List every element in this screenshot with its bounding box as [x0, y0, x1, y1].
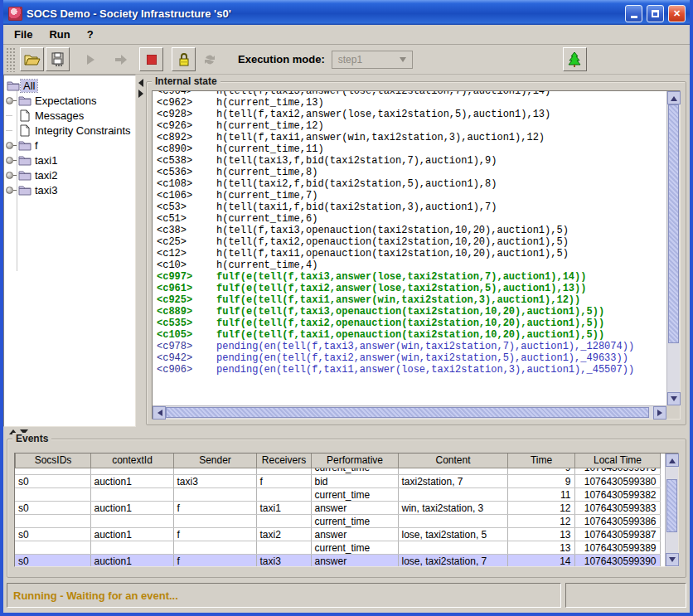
table-row[interactable]: current_time121076430599386	[15, 515, 660, 528]
open-button[interactable]	[20, 47, 44, 71]
table-cell: 13	[507, 528, 574, 541]
table-row[interactable]: s0auction1ftaxi3answerlose, taxi2station…	[15, 555, 660, 567]
events-table: SocsIDscontextIdSenderReceiversPerformat…	[15, 454, 665, 566]
table-cell: 12	[507, 515, 574, 528]
execution-mode-combobox[interactable]: step1	[332, 51, 413, 69]
internal-state-vscrollbar[interactable]	[666, 91, 680, 405]
menu-run[interactable]: Run	[41, 27, 77, 42]
internal-state-title: Internal state	[152, 75, 220, 87]
folder-icon	[17, 185, 32, 196]
table-cell	[256, 468, 311, 475]
state-line: <c926>h(current_time,12)	[157, 120, 666, 132]
society-tree-panel[interactable]: AllExpectationsMessagesIntegrity Constra…	[3, 75, 136, 427]
column-header-socsids[interactable]: SocsIDs	[16, 454, 91, 468]
tree-item-all[interactable]: All	[6, 78, 133, 93]
state-line: <c535>fulf(e(tell(f,taxi2,openauction(ta…	[157, 318, 666, 329]
collapse-left-icon[interactable]	[138, 79, 143, 87]
step-button[interactable]	[109, 47, 133, 71]
scroll-down-button[interactable]	[667, 392, 681, 405]
save-button[interactable]	[46, 47, 70, 71]
table-cell: taxi2	[256, 528, 311, 541]
state-line: <c906>pending(en(tell(f,taxi1,answer(los…	[157, 364, 666, 376]
column-header-time[interactable]: Time	[508, 454, 575, 468]
tree-item-label: All	[21, 80, 37, 92]
hscroll-thumb[interactable]	[166, 407, 649, 418]
table-cell	[173, 515, 256, 528]
internal-state-hscrollbar[interactable]	[153, 405, 666, 419]
table-row[interactable]: s0auction1ftaxi1answerwin, taxi2station,…	[15, 502, 660, 515]
table-cell: taxi2station, 7	[398, 475, 507, 488]
expand-right-icon[interactable]	[138, 90, 143, 98]
toolbar-grip[interactable]	[6, 47, 17, 72]
arrow-left-icon	[154, 410, 162, 416]
vertical-split-divider[interactable]	[136, 75, 146, 427]
tree-item-integrity-constraints[interactable]: Integrity Constraints	[6, 123, 133, 138]
arrow-up-icon	[669, 455, 676, 463]
column-header-receivers[interactable]: Receivers	[257, 454, 312, 468]
table-row[interactable]: current_time111076430599382	[15, 488, 660, 502]
expand-knob-icon[interactable]	[6, 187, 17, 194]
arrow-down-icon	[669, 557, 676, 565]
horizontal-split-divider[interactable]	[3, 427, 690, 437]
events-vscrollbar[interactable]	[665, 454, 678, 566]
scroll-down-button[interactable]	[666, 553, 679, 566]
stop-button[interactable]	[139, 47, 163, 71]
open-folder-icon	[24, 52, 41, 67]
scroll-left-button[interactable]	[153, 406, 166, 420]
table-cell: current_time	[311, 468, 398, 475]
tree-item-taxi3[interactable]: taxi3	[6, 182, 133, 197]
society-tree-button[interactable]	[563, 47, 587, 71]
refresh-button[interactable]	[197, 47, 221, 71]
table-row[interactable]: current_time131076430599389	[15, 541, 660, 555]
vscroll-thumb[interactable]	[668, 104, 679, 343]
table-cell	[90, 515, 173, 528]
scroll-right-button[interactable]	[653, 406, 666, 420]
title-bar: SOCS Demo - Society Infrastructure 's0' …	[3, 0, 690, 25]
table-cell: answer	[311, 555, 398, 567]
maximize-button[interactable]	[647, 5, 664, 22]
column-header-contextid[interactable]: contextId	[91, 454, 174, 468]
scroll-up-button[interactable]	[666, 454, 679, 467]
expand-knob-icon[interactable]	[6, 157, 17, 164]
tree-item-label: Messages	[32, 109, 86, 122]
column-header-content[interactable]: Content	[399, 454, 508, 468]
menu-file[interactable]: File	[7, 27, 40, 42]
tree-item-messages[interactable]: Messages	[6, 108, 133, 123]
state-line: <c12>h(tell(f,taxi1,openauction(taxi2sta…	[157, 248, 666, 259]
tree-item-taxi1[interactable]: taxi1	[6, 153, 133, 167]
internal-state-textarea[interactable]: <c964>h(tell(f,taxi3,answer(lose,taxi2st…	[153, 91, 666, 405]
table-row[interactable]: current_time91076430599375	[15, 468, 660, 475]
state-line: <c997>fulf(e(tell(f,taxi3,answer(lose,ta…	[157, 271, 666, 283]
expand-knob-icon[interactable]	[6, 97, 17, 104]
tree-item-taxi2[interactable]: taxi2	[6, 167, 133, 182]
column-header-local-time[interactable]: Local Time	[575, 454, 661, 468]
status-side-panel	[565, 583, 686, 608]
table-row[interactable]: s0auction1taxi3fbidtaxi2station, 7910764…	[15, 475, 660, 488]
state-line: <c25>h(tell(f,taxi2,openauction(taxi2sta…	[157, 236, 666, 248]
state-line: <c538>h(tell(taxi3,f,bid(taxi2station,7)…	[157, 155, 666, 167]
minimize-button[interactable]	[625, 5, 642, 22]
play-icon	[85, 54, 96, 65]
close-button[interactable]: ✕	[668, 5, 686, 22]
menu-help[interactable]: ?	[80, 27, 101, 42]
lock-button[interactable]	[172, 47, 196, 71]
table-cell: f	[173, 502, 256, 515]
table-cell: s0	[15, 528, 90, 541]
vscroll-thumb[interactable]	[666, 479, 677, 532]
column-header-performative[interactable]: Performative	[312, 454, 399, 468]
tree-item-f[interactable]: f	[6, 138, 133, 153]
events-table-body[interactable]: current_time91076430599375s0auction1taxi…	[15, 468, 665, 567]
expand-knob-icon[interactable]	[6, 172, 17, 179]
expand-knob-icon[interactable]	[6, 142, 17, 149]
table-cell: f	[173, 528, 256, 541]
scroll-up-button[interactable]	[667, 91, 681, 104]
table-cell	[398, 541, 507, 555]
play-button[interactable]	[78, 47, 102, 71]
tree-item-expectations[interactable]: Expectations	[6, 93, 133, 108]
tree-item-label: taxi3	[32, 184, 60, 196]
column-header-sender[interactable]: Sender	[174, 454, 257, 468]
table-cell: lose, taxi2station, 7	[398, 555, 507, 567]
chevron-down-icon	[400, 57, 406, 65]
table-row[interactable]: s0auction1ftaxi2answerlose, taxi2station…	[15, 528, 660, 541]
state-line: <c892>h(tell(f,taxi1,answer(win,taxi2sta…	[157, 132, 666, 143]
